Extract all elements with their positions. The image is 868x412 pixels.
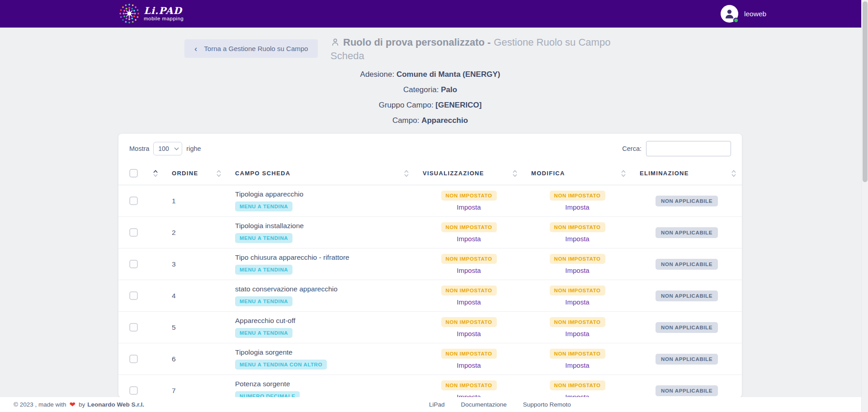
by-label: by — [79, 401, 85, 408]
modifica-imposta-link[interactable]: Imposta — [565, 203, 589, 211]
sort-control[interactable] — [731, 170, 736, 177]
row-order: 6 — [172, 355, 176, 363]
search-label: Cerca: — [622, 145, 642, 152]
search-input[interactable] — [646, 141, 731, 156]
row-order: 5 — [172, 323, 176, 332]
page-size-select[interactable]: 100 — [153, 142, 182, 155]
row-field-name: Tipo chiusura apparecchio - rifrattore — [235, 253, 349, 262]
row-checkbox[interactable] — [129, 291, 138, 300]
sort-control[interactable] — [512, 170, 518, 177]
company-name: Leonardo Web S.r.l. — [87, 401, 144, 408]
back-button[interactable]: ‹ Torna a Gestione Ruolo su Campo — [184, 39, 318, 58]
visualizzazione-imposta-link[interactable]: Imposta — [457, 203, 481, 211]
footer-link-documentazione[interactable]: Documentazione — [461, 401, 507, 408]
visualizzazione-imposta-link[interactable]: Imposta — [457, 361, 481, 369]
field-type-badge: MENU A TENDINA — [235, 201, 292, 211]
sort-down-icon — [153, 174, 158, 177]
copyright: © 2023 , made with ❤ by Leonardo Web S.r… — [14, 397, 144, 412]
sort-up-icon — [621, 170, 626, 173]
modifica-status-badge: NON IMPOSTATO — [550, 286, 605, 295]
rows-label: righe — [186, 145, 201, 152]
back-button-label: Torna a Gestione Ruolo su Campo — [204, 45, 308, 52]
modifica-imposta-link[interactable]: Imposta — [565, 361, 589, 369]
logo-title: Li.PAD — [144, 6, 184, 16]
field-type-badge: MENU A TENDINA — [235, 328, 292, 338]
modifica-status-badge: NON IMPOSTATO — [550, 317, 605, 327]
column-header-visualizzazione: VISUALIZZAZIONE — [423, 170, 484, 177]
app-header: Li.PAD mobile mapping leoweb — [0, 0, 868, 28]
modifica-imposta-link[interactable]: Imposta — [565, 298, 589, 306]
table-row: 2 Tipologia installazione MENU A TENDINA… — [118, 217, 742, 248]
visualizzazione-imposta-link[interactable]: Imposta — [457, 267, 481, 274]
app-logo[interactable]: Li.PAD mobile mapping — [119, 3, 184, 24]
sort-control[interactable] — [404, 170, 409, 177]
field-type-badge: MENU A TENDINA — [235, 233, 292, 243]
select-all-checkbox[interactable] — [129, 169, 138, 178]
meta-adesione: Adesione: Comune di Manta (ENERGY) — [0, 70, 860, 79]
search-control: Cerca: — [622, 141, 731, 156]
eliminazione-status-badge: NON APPLICABILE — [656, 354, 718, 365]
heart-icon: ❤ — [70, 400, 75, 409]
sort-up-icon — [216, 170, 222, 173]
page-title: Ruolo di prova personalizzato -Gestione … — [330, 36, 629, 63]
sort-down-icon — [621, 174, 626, 177]
sort-down-icon — [512, 174, 518, 177]
sort-control[interactable] — [216, 170, 222, 177]
modifica-status-badge: NON IMPOSTATO — [550, 349, 605, 359]
table-body: 1 Tipologia apparecchio MENU A TENDINA N… — [118, 185, 742, 398]
column-header-campo-scheda: CAMPO SCHEDA — [235, 170, 291, 177]
page-size-control: Mostra 100 righe — [129, 142, 201, 155]
column-header-eliminazione: ELIMINAZIONE — [640, 170, 689, 177]
sort-down-icon — [731, 174, 736, 177]
row-order: 4 — [172, 292, 176, 300]
modifica-imposta-link[interactable]: Imposta — [565, 235, 589, 243]
table-header: ORDINE CAMPO SCHEDA VISUALIZZAZIONE MODI… — [118, 162, 742, 185]
scrollbar — [861, 0, 868, 412]
footer-link-lipad[interactable]: LiPad — [429, 401, 445, 408]
sort-up-icon — [153, 170, 158, 173]
modifica-imposta-link[interactable]: Imposta — [565, 267, 589, 274]
table-row: 7 Potenza sorgente NUMERO DECIMALE NON I… — [118, 375, 742, 398]
modifica-status-badge: NON IMPOSTATO — [550, 222, 605, 232]
row-checkbox[interactable] — [129, 260, 138, 268]
row-checkbox[interactable] — [129, 323, 138, 332]
column-header-modifica: MODIFICA — [531, 170, 565, 177]
scrollbar-thumb[interactable] — [863, 1, 868, 182]
table-controls: Mostra 100 righe Cerca: — [118, 134, 742, 162]
footer: © 2023 , made with ❤ by Leonardo Web S.r… — [0, 397, 868, 412]
visualizzazione-status-badge: NON IMPOSTATO — [441, 286, 497, 295]
sort-down-icon — [216, 174, 222, 177]
row-field-name: Tipologia sorgente — [235, 348, 292, 356]
row-checkbox[interactable] — [129, 355, 138, 363]
row-order: 3 — [172, 260, 176, 268]
eliminazione-status-badge: NON APPLICABILE — [656, 227, 718, 238]
user-menu[interactable]: leoweb — [721, 5, 766, 23]
eliminazione-status-badge: NON APPLICABILE — [656, 196, 718, 206]
sort-control[interactable] — [153, 170, 158, 177]
row-order: 7 — [172, 387, 176, 395]
visualizzazione-imposta-link[interactable]: Imposta — [457, 330, 481, 337]
table-row: 4 stato conservazione apparecchio MENU A… — [118, 280, 742, 312]
visualizzazione-imposta-link[interactable]: Imposta — [457, 298, 481, 306]
visualizzazione-imposta-link[interactable]: Imposta — [457, 235, 481, 243]
field-type-badge: NUMERO DECIMALE — [235, 391, 300, 398]
field-type-badge: MENU A TENDINA — [235, 265, 292, 275]
table-row: 3 Tipo chiusura apparecchio - rifrattore… — [118, 248, 742, 280]
column-header-ordine: ORDINE — [172, 170, 198, 177]
row-order: 2 — [172, 229, 176, 237]
row-checkbox[interactable] — [129, 197, 138, 205]
sort-up-icon — [404, 170, 409, 173]
sort-control[interactable] — [621, 170, 626, 177]
modifica-status-badge: NON IMPOSTATO — [550, 380, 605, 390]
footer-nav: LiPad Documentazione Supporto Remoto — [429, 397, 571, 412]
modifica-status-badge: NON IMPOSTATO — [550, 254, 605, 264]
visualizzazione-status-badge: NON IMPOSTATO — [441, 380, 497, 390]
eliminazione-status-badge: NON APPLICABILE — [656, 322, 718, 333]
visualizzazione-status-badge: NON IMPOSTATO — [441, 222, 497, 232]
row-field-name: Tipologia apparecchio — [235, 190, 303, 198]
eliminazione-status-badge: NON APPLICABILE — [656, 385, 718, 396]
row-checkbox[interactable] — [129, 386, 138, 395]
row-checkbox[interactable] — [129, 228, 138, 237]
modifica-imposta-link[interactable]: Imposta — [565, 330, 589, 337]
footer-link-supporto-remoto[interactable]: Supporto Remoto — [523, 401, 571, 408]
